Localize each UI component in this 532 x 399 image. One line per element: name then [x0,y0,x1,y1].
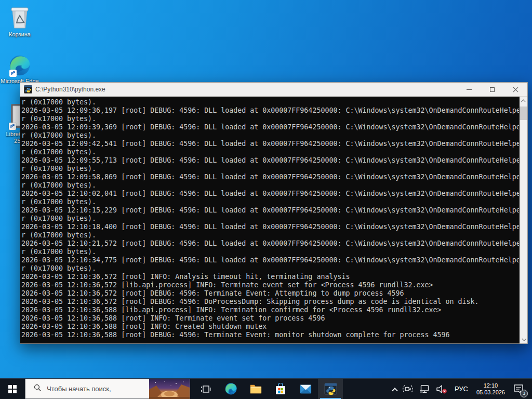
console-log-line: r (0x17000 bytes). [21,248,519,256]
console-log-line: 2026-03-05 12:10:36,588 [root] DEBUG: 45… [21,331,519,339]
console-log-line: 2026-03-05 12:10:36,588 [root] INFO: Ter… [21,314,519,323]
console-log-line: r (0x17000 bytes). [21,115,519,123]
meet-now-icon [402,383,414,395]
edge-icon [224,382,237,395]
system-tray: РУС 12:10 05.03.2026 3 [390,379,532,399]
console-log-line: 2026-03-05 12:10:34,775 [root] DEBUG: 45… [21,256,519,264]
console-log-line: 2026-03-05 12:10:18,400 [root] DEBUG: 45… [21,223,519,231]
clock-date: 05.03.2026 [476,389,505,396]
microsoft-store-icon [274,383,287,395]
console-log-line: r (0x17000 bytes). [21,165,519,173]
shortcut-arrow-icon [9,123,16,130]
minimize-button[interactable] [457,83,481,97]
language-indicator[interactable]: РУС [450,385,472,393]
file-explorer-icon [249,382,262,395]
console-log-line: 2026-03-05 12:10:36,588 [root] INFO: Cre… [21,323,519,331]
volume-button[interactable] [433,379,450,399]
vertical-scrollbar[interactable] [520,97,527,343]
window-title: C:\Python310\python.exe [35,86,457,93]
console-log-line: 2026-03-05 12:09:39,369 [root] DEBUG: 45… [21,123,519,131]
taskbar-python-console-button[interactable] [318,379,343,399]
console-log-line: r (0x17000 bytes). [21,98,519,107]
maximize-icon [490,87,495,92]
console-log-line: 2026-03-05 12:10:15,229 [root] DEBUG: 45… [21,206,519,215]
desktop-icon-recycle-bin[interactable]: Корзина [0,5,39,38]
scroll-up-button[interactable] [520,97,527,105]
console-log-line: 2026-03-05 12:09:55,713 [root] DEBUG: 45… [21,156,519,165]
task-view-icon [201,384,211,394]
console-log-line: r (0x17000 bytes). [21,264,519,273]
maximize-button[interactable] [481,83,504,97]
start-button[interactable] [0,379,25,399]
taskbar-edge-button[interactable] [218,379,243,399]
console-log-line: r (0x17000 bytes). [21,148,519,156]
chevron-down-icon [522,337,526,341]
meet-now-button[interactable] [400,379,416,399]
taskbar-file-explorer-button[interactable] [243,379,268,399]
console-log-line: 2026-03-05 12:10:21,572 [root] DEBUG: 45… [21,240,519,248]
console-log-line: r (0x17000 bytes). [21,181,519,190]
windows-logo-icon [8,385,17,393]
mail-icon [299,382,312,395]
console-log-line: 2026-03-05 12:10:02,041 [root] DEBUG: 45… [21,190,519,198]
console-log-line: r (0x17000 bytes). [21,215,519,223]
desktop-icon-label: Корзина [0,31,39,38]
console-log-line: r (0x17000 bytes). [21,131,519,140]
minimize-icon [467,89,472,90]
console-log-line: r (0x17000 bytes). [21,198,519,206]
action-center-button[interactable]: 3 [509,379,530,399]
console-log-line: 2026-03-05 12:10:36,572 [root] DEBUG: 45… [21,298,519,306]
notification-badge: 3 [520,390,528,397]
search-input[interactable] [47,385,135,393]
console-output[interactable]: r (0x17000 bytes).2026-03-05 12:09:36,19… [20,97,527,343]
network-button[interactable] [416,379,433,399]
window-titlebar[interactable]: C:\Python310\python.exe [20,83,527,97]
console-log-line: 2026-03-05 12:10:36,572 [lib.api.process… [21,281,519,289]
console-window: C:\Python310\python.exe r (0x17000 bytes… [20,82,528,344]
recycle-bin-icon [7,5,32,30]
scroll-down-button[interactable] [520,335,527,343]
close-icon [513,87,518,92]
console-log-line: 2026-03-05 12:10:36,572 [root] DEBUG: 45… [21,289,519,298]
show-hidden-icons-button[interactable] [390,379,400,399]
taskbar-search[interactable] [25,379,190,399]
chevron-up-icon [521,99,525,103]
taskbar: РУС 12:10 05.03.2026 3 [0,378,532,399]
search-highlight-image[interactable] [149,379,190,399]
volume-muted-icon [435,383,448,395]
taskbar-mail-button[interactable] [293,379,318,399]
network-icon [419,383,430,395]
taskbar-apps [193,379,343,399]
python-console-icon [24,85,32,94]
close-button[interactable] [504,83,527,97]
taskbar-clock[interactable]: 12:10 05.03.2026 [472,382,509,396]
clock-time: 12:10 [476,382,505,389]
chevron-up-icon [392,388,397,393]
edge-icon [8,54,31,77]
taskbar-store-button[interactable] [268,379,293,399]
search-icon [34,384,42,394]
console-log-line: 2026-03-05 12:09:36,197 [root] DEBUG: 45… [21,107,519,115]
console-log: r (0x17000 bytes).2026-03-05 12:09:36,19… [21,98,519,343]
shortcut-arrow-icon [9,70,17,77]
console-log-line: 2026-03-05 12:09:42,541 [root] DEBUG: 45… [21,140,519,148]
scrollbar-thumb[interactable] [520,107,527,120]
console-log-line: r (0x17000 bytes). [21,231,519,240]
python-console-icon [324,382,337,395]
desktop[interactable]: Корзина Microsoft Edge [0,0,532,399]
task-view-button[interactable] [193,379,218,399]
console-log-line: 2026-03-05 12:09:58,869 [root] DEBUG: 45… [21,173,519,181]
console-log-line: 2026-03-05 12:10:36,572 [root] INFO: Ana… [21,273,519,281]
desktop-icon-microsoft-edge[interactable]: Microsoft Edge [0,54,39,85]
console-log-line: 2026-03-05 12:10:36,588 [lib.api.process… [21,306,519,314]
